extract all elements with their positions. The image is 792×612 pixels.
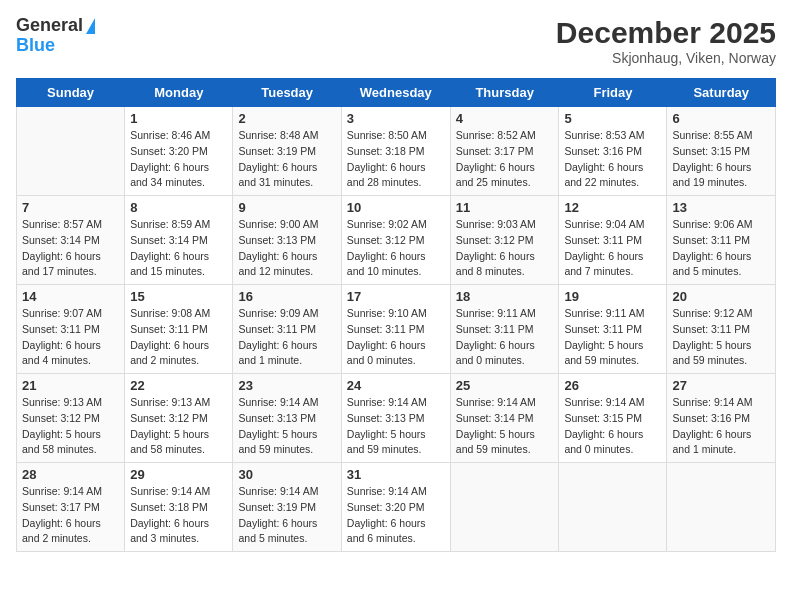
day-info: Sunrise: 9:12 AMSunset: 3:11 PMDaylight:… — [672, 306, 770, 369]
day-info: Sunrise: 9:06 AMSunset: 3:11 PMDaylight:… — [672, 217, 770, 280]
calendar-day-cell: 11Sunrise: 9:03 AMSunset: 3:12 PMDayligh… — [450, 196, 559, 285]
day-number: 16 — [238, 289, 335, 304]
day-number: 1 — [130, 111, 227, 126]
day-number: 29 — [130, 467, 227, 482]
day-info: Sunrise: 8:57 AMSunset: 3:14 PMDaylight:… — [22, 217, 119, 280]
calendar-day-cell: 5Sunrise: 8:53 AMSunset: 3:16 PMDaylight… — [559, 107, 667, 196]
logo-general: General — [16, 16, 83, 36]
day-info: Sunrise: 9:14 AMSunset: 3:19 PMDaylight:… — [238, 484, 335, 547]
day-info: Sunrise: 9:14 AMSunset: 3:15 PMDaylight:… — [564, 395, 661, 458]
calendar-week-row: 28Sunrise: 9:14 AMSunset: 3:17 PMDayligh… — [17, 463, 776, 552]
calendar-day-cell: 1Sunrise: 8:46 AMSunset: 3:20 PMDaylight… — [125, 107, 233, 196]
calendar-day-cell: 23Sunrise: 9:14 AMSunset: 3:13 PMDayligh… — [233, 374, 341, 463]
day-info: Sunrise: 9:02 AMSunset: 3:12 PMDaylight:… — [347, 217, 445, 280]
day-number: 24 — [347, 378, 445, 393]
day-number: 31 — [347, 467, 445, 482]
page-subtitle: Skjonhaug, Viken, Norway — [556, 50, 776, 66]
day-info: Sunrise: 9:11 AMSunset: 3:11 PMDaylight:… — [564, 306, 661, 369]
logo: General Blue — [16, 16, 95, 56]
title-block: December 2025 Skjonhaug, Viken, Norway — [556, 16, 776, 66]
calendar-day-cell: 24Sunrise: 9:14 AMSunset: 3:13 PMDayligh… — [341, 374, 450, 463]
day-number: 5 — [564, 111, 661, 126]
calendar-day-cell: 28Sunrise: 9:14 AMSunset: 3:17 PMDayligh… — [17, 463, 125, 552]
calendar-day-cell: 18Sunrise: 9:11 AMSunset: 3:11 PMDayligh… — [450, 285, 559, 374]
calendar-day-cell: 3Sunrise: 8:50 AMSunset: 3:18 PMDaylight… — [341, 107, 450, 196]
day-info: Sunrise: 8:52 AMSunset: 3:17 PMDaylight:… — [456, 128, 554, 191]
day-number: 8 — [130, 200, 227, 215]
day-number: 18 — [456, 289, 554, 304]
day-number: 4 — [456, 111, 554, 126]
day-number: 25 — [456, 378, 554, 393]
calendar-day-cell: 29Sunrise: 9:14 AMSunset: 3:18 PMDayligh… — [125, 463, 233, 552]
calendar-day-header: Friday — [559, 79, 667, 107]
day-info: Sunrise: 9:04 AMSunset: 3:11 PMDaylight:… — [564, 217, 661, 280]
day-info: Sunrise: 9:10 AMSunset: 3:11 PMDaylight:… — [347, 306, 445, 369]
calendar-day-cell: 16Sunrise: 9:09 AMSunset: 3:11 PMDayligh… — [233, 285, 341, 374]
day-number: 9 — [238, 200, 335, 215]
calendar-day-cell: 6Sunrise: 8:55 AMSunset: 3:15 PMDaylight… — [667, 107, 776, 196]
day-number: 11 — [456, 200, 554, 215]
calendar-week-row: 21Sunrise: 9:13 AMSunset: 3:12 PMDayligh… — [17, 374, 776, 463]
day-info: Sunrise: 9:14 AMSunset: 3:14 PMDaylight:… — [456, 395, 554, 458]
calendar-day-cell: 17Sunrise: 9:10 AMSunset: 3:11 PMDayligh… — [341, 285, 450, 374]
day-info: Sunrise: 9:00 AMSunset: 3:13 PMDaylight:… — [238, 217, 335, 280]
calendar-day-cell: 31Sunrise: 9:14 AMSunset: 3:20 PMDayligh… — [341, 463, 450, 552]
logo-triangle-icon — [86, 18, 95, 34]
calendar-day-header: Sunday — [17, 79, 125, 107]
calendar-day-cell: 15Sunrise: 9:08 AMSunset: 3:11 PMDayligh… — [125, 285, 233, 374]
calendar-day-cell — [667, 463, 776, 552]
calendar-day-cell: 13Sunrise: 9:06 AMSunset: 3:11 PMDayligh… — [667, 196, 776, 285]
calendar-day-cell — [559, 463, 667, 552]
calendar-day-cell: 12Sunrise: 9:04 AMSunset: 3:11 PMDayligh… — [559, 196, 667, 285]
day-number: 28 — [22, 467, 119, 482]
calendar-day-cell: 10Sunrise: 9:02 AMSunset: 3:12 PMDayligh… — [341, 196, 450, 285]
day-info: Sunrise: 8:48 AMSunset: 3:19 PMDaylight:… — [238, 128, 335, 191]
calendar-day-cell: 22Sunrise: 9:13 AMSunset: 3:12 PMDayligh… — [125, 374, 233, 463]
calendar-day-cell: 30Sunrise: 9:14 AMSunset: 3:19 PMDayligh… — [233, 463, 341, 552]
day-number: 26 — [564, 378, 661, 393]
day-info: Sunrise: 9:07 AMSunset: 3:11 PMDaylight:… — [22, 306, 119, 369]
page-title: December 2025 — [556, 16, 776, 50]
calendar-day-cell: 19Sunrise: 9:11 AMSunset: 3:11 PMDayligh… — [559, 285, 667, 374]
calendar-day-cell: 2Sunrise: 8:48 AMSunset: 3:19 PMDaylight… — [233, 107, 341, 196]
day-number: 7 — [22, 200, 119, 215]
calendar-day-cell: 25Sunrise: 9:14 AMSunset: 3:14 PMDayligh… — [450, 374, 559, 463]
day-info: Sunrise: 8:55 AMSunset: 3:15 PMDaylight:… — [672, 128, 770, 191]
day-info: Sunrise: 9:13 AMSunset: 3:12 PMDaylight:… — [22, 395, 119, 458]
day-number: 3 — [347, 111, 445, 126]
calendar-day-header: Wednesday — [341, 79, 450, 107]
day-number: 23 — [238, 378, 335, 393]
calendar-day-cell: 27Sunrise: 9:14 AMSunset: 3:16 PMDayligh… — [667, 374, 776, 463]
day-info: Sunrise: 8:59 AMSunset: 3:14 PMDaylight:… — [130, 217, 227, 280]
day-info: Sunrise: 9:14 AMSunset: 3:13 PMDaylight:… — [347, 395, 445, 458]
calendar-day-cell: 21Sunrise: 9:13 AMSunset: 3:12 PMDayligh… — [17, 374, 125, 463]
day-number: 27 — [672, 378, 770, 393]
calendar-day-cell — [17, 107, 125, 196]
day-info: Sunrise: 8:53 AMSunset: 3:16 PMDaylight:… — [564, 128, 661, 191]
calendar-day-cell: 7Sunrise: 8:57 AMSunset: 3:14 PMDaylight… — [17, 196, 125, 285]
day-number: 21 — [22, 378, 119, 393]
calendar-header-row: SundayMondayTuesdayWednesdayThursdayFrid… — [17, 79, 776, 107]
day-info: Sunrise: 8:46 AMSunset: 3:20 PMDaylight:… — [130, 128, 227, 191]
calendar-day-cell: 8Sunrise: 8:59 AMSunset: 3:14 PMDaylight… — [125, 196, 233, 285]
day-number: 10 — [347, 200, 445, 215]
day-info: Sunrise: 9:08 AMSunset: 3:11 PMDaylight:… — [130, 306, 227, 369]
calendar-day-cell — [450, 463, 559, 552]
calendar-day-header: Thursday — [450, 79, 559, 107]
day-info: Sunrise: 9:13 AMSunset: 3:12 PMDaylight:… — [130, 395, 227, 458]
calendar-day-header: Saturday — [667, 79, 776, 107]
day-info: Sunrise: 9:09 AMSunset: 3:11 PMDaylight:… — [238, 306, 335, 369]
day-info: Sunrise: 9:14 AMSunset: 3:17 PMDaylight:… — [22, 484, 119, 547]
day-number: 2 — [238, 111, 335, 126]
day-info: Sunrise: 9:03 AMSunset: 3:12 PMDaylight:… — [456, 217, 554, 280]
calendar-day-cell: 26Sunrise: 9:14 AMSunset: 3:15 PMDayligh… — [559, 374, 667, 463]
page-header: General Blue December 2025 Skjonhaug, Vi… — [16, 16, 776, 66]
day-number: 19 — [564, 289, 661, 304]
day-info: Sunrise: 9:14 AMSunset: 3:13 PMDaylight:… — [238, 395, 335, 458]
day-info: Sunrise: 9:14 AMSunset: 3:20 PMDaylight:… — [347, 484, 445, 547]
calendar-day-header: Monday — [125, 79, 233, 107]
day-info: Sunrise: 9:14 AMSunset: 3:18 PMDaylight:… — [130, 484, 227, 547]
day-number: 17 — [347, 289, 445, 304]
day-number: 15 — [130, 289, 227, 304]
day-number: 20 — [672, 289, 770, 304]
